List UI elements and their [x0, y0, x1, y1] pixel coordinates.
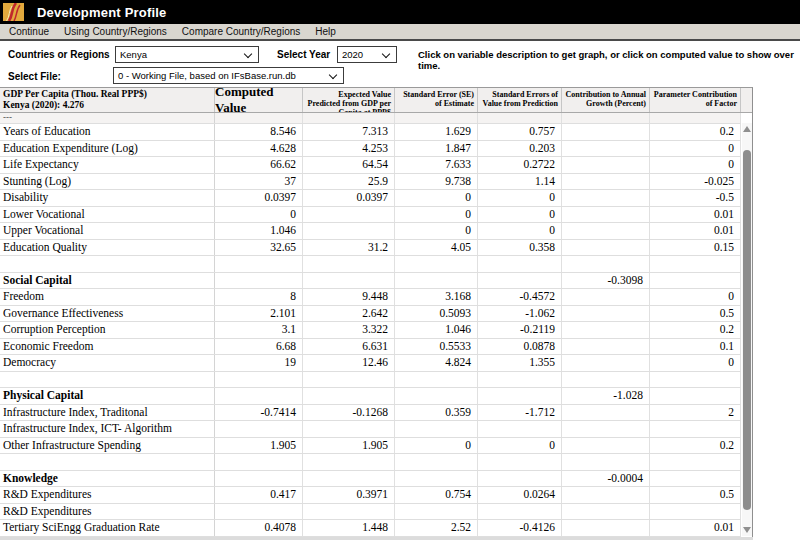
se-prediction-cell: 1.355 [478, 355, 562, 371]
se-prediction-cell: 0 [478, 190, 562, 206]
variable-name-cell[interactable]: Economic Freedom [0, 339, 215, 355]
variable-name-cell[interactable]: R&D Expenditures [0, 487, 215, 503]
se-prediction-cell: 0.203 [478, 141, 562, 157]
expected-value-cell: 25.9 [303, 174, 395, 190]
variable-name-cell[interactable]: Tertiary SciEngg Graduation Rate [0, 520, 215, 536]
menu-item-using-country-regions[interactable]: Using Country/Regions [58, 25, 173, 38]
se-prediction-cell: 0 [478, 207, 562, 223]
se-prediction-cell: -1.712 [478, 405, 562, 421]
variable-name-cell[interactable]: Other Infrastructure Spending [0, 438, 215, 454]
variable-name-cell[interactable]: Disability [0, 190, 215, 206]
growth-contribution-cell [562, 520, 650, 536]
chevron-down-icon [329, 71, 337, 79]
se-prediction-cell: 0.0878 [478, 339, 562, 355]
growth-contribution-cell [562, 372, 650, 388]
variable-name-cell[interactable]: Education Quality [0, 240, 215, 256]
computed-value-cell[interactable]: 0.0397 [215, 190, 303, 206]
se-prediction-cell [478, 471, 562, 487]
se-prediction-cell [478, 454, 562, 470]
parameter-contribution-cell [650, 273, 741, 289]
parameter-contribution-cell [650, 421, 741, 437]
se-estimate-cell: 0 [395, 223, 478, 239]
variable-name-cell[interactable]: R&D Expenditures [0, 504, 215, 520]
menu-item-continue[interactable]: Continue [3, 25, 55, 38]
table-row: Lower Vocational0000.01 [0, 207, 741, 224]
se-prediction-cell [478, 421, 562, 437]
computed-value-cell[interactable]: 32.65 [215, 240, 303, 256]
computed-value-cell[interactable]: 0.4078 [215, 520, 303, 536]
computed-value-cell[interactable]: 6.68 [215, 339, 303, 355]
variable-name-cell[interactable]: Infrastructure Index, Traditonal [0, 405, 215, 421]
variable-name-cell[interactable]: Infrastructure Index, ICT- Algorithm [0, 421, 215, 437]
blank-row [0, 256, 741, 273]
parameter-contribution-cell [650, 504, 741, 520]
parameter-contribution-cell: 0.01 [650, 223, 741, 239]
menu-item-help[interactable]: Help [309, 25, 342, 38]
table-row: Freedom89.4483.168-0.45720 [0, 289, 741, 306]
parameter-contribution-cell: 0.01 [650, 207, 741, 223]
section-row: Social Capital-0.3098 [0, 273, 741, 290]
se-prediction-cell: -0.4572 [478, 289, 562, 305]
computed-value-cell[interactable]: 37 [215, 174, 303, 190]
country-label: Countries or Regions [8, 49, 110, 60]
scrollbar-down-button[interactable] [742, 523, 752, 536]
chevron-down-icon [244, 50, 252, 58]
table-row: Education Expenditure (Log)4.6284.2531.8… [0, 141, 741, 158]
variable-name-cell[interactable]: Stunting (Log) [0, 174, 215, 190]
window-title: Development Profile [37, 5, 167, 20]
se-estimate-cell: 0 [395, 207, 478, 223]
table-row: Stunting (Log)3725.99.7381.14-0.025 [0, 174, 741, 191]
computed-value-cell[interactable]: -0.7414 [215, 405, 303, 421]
menu-item-compare-country-regions[interactable]: Compare Country/Regions [176, 25, 306, 38]
expected-value-cell: 1.448 [303, 520, 395, 536]
col-header-variable: GDP Per Capita (Thou. Real PPP$) Kenya (… [0, 88, 215, 112]
parameter-contribution-cell: 0 [650, 289, 741, 305]
se-prediction-cell [478, 372, 562, 388]
growth-contribution-cell [562, 487, 650, 503]
vertical-scrollbar[interactable] [742, 123, 752, 536]
blank-row [0, 372, 741, 389]
file-select[interactable]: 0 - Working File, based on IFsBase.run.d… [113, 67, 344, 84]
table-header-row: GDP Per Capita (Thou. Real PPP$) Kenya (… [0, 88, 752, 113]
table-row: Democracy1912.464.8241.3550 [0, 355, 741, 372]
expected-value-cell [303, 372, 395, 388]
scrollbar-up-button[interactable] [742, 123, 752, 136]
expected-value-cell [303, 113, 395, 123]
computed-value-cell[interactable]: 8 [215, 289, 303, 305]
computed-value-cell[interactable]: 66.62 [215, 157, 303, 173]
instruction-text: Click on variable description to get gra… [418, 49, 796, 71]
parameter-contribution-cell: 0.2 [650, 322, 741, 338]
computed-value-cell[interactable]: 4.628 [215, 141, 303, 157]
variable-name-cell[interactable]: Life Expectancy [0, 157, 215, 173]
variable-name-cell[interactable]: Governance Effectiveness [0, 306, 215, 322]
parameter-contribution-cell: 0.5 [650, 306, 741, 322]
se-estimate-cell [395, 113, 478, 123]
computed-value-cell[interactable]: 19 [215, 355, 303, 371]
expected-value-cell [303, 223, 395, 239]
computed-value-cell[interactable]: 8.546 [215, 124, 303, 140]
section-row: Knowledge-0.0004 [0, 471, 741, 488]
expected-value-cell: 9.448 [303, 289, 395, 305]
scrollbar-thumb[interactable] [743, 150, 751, 510]
computed-value-cell[interactable]: 1.046 [215, 223, 303, 239]
computed-value-cell [215, 421, 303, 437]
computed-value-cell[interactable]: 0 [215, 207, 303, 223]
variable-name-cell: Knowledge [0, 471, 215, 487]
growth-contribution-cell [562, 190, 650, 206]
development-profile-table: GDP Per Capita (Thou. Real PPP$) Kenya (… [0, 87, 753, 539]
se-estimate-cell [395, 471, 478, 487]
variable-name-cell[interactable]: Years of Education [0, 124, 215, 140]
variable-name-cell[interactable]: Corruption Perception [0, 322, 215, 338]
variable-name-cell[interactable]: Lower Vocational [0, 207, 215, 223]
computed-value-cell[interactable]: 1.905 [215, 438, 303, 454]
variable-name-cell[interactable]: Education Expenditure (Log) [0, 141, 215, 157]
computed-value-cell[interactable]: 3.1 [215, 322, 303, 338]
variable-name-cell[interactable]: Freedom [0, 289, 215, 305]
country-select[interactable]: Kenya [115, 46, 259, 63]
expected-value-cell: 1.905 [303, 438, 395, 454]
variable-name-cell[interactable]: Upper Vocational [0, 223, 215, 239]
computed-value-cell[interactable]: 2.101 [215, 306, 303, 322]
year-select[interactable]: 2020 [337, 46, 397, 63]
variable-name-cell[interactable]: Democracy [0, 355, 215, 371]
computed-value-cell[interactable]: 0.417 [215, 487, 303, 503]
